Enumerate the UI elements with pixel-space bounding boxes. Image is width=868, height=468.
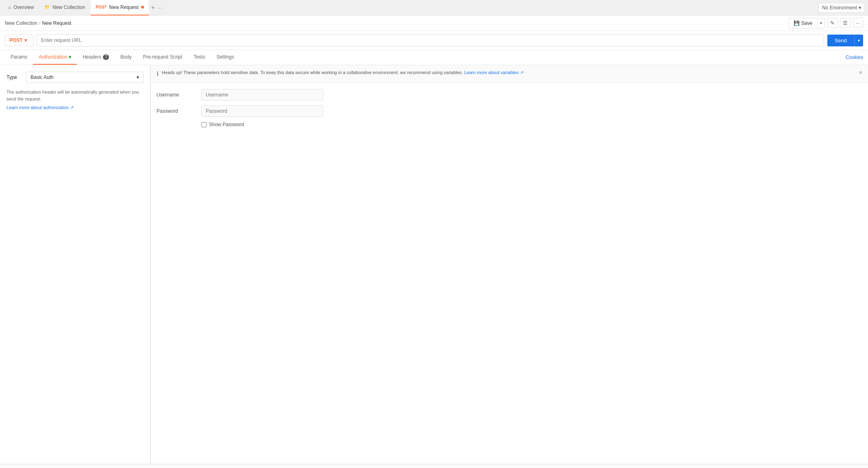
headers-badge: 7 bbox=[103, 55, 109, 60]
tab-new-collection-label: New Collection bbox=[52, 4, 85, 10]
auth-form: Username Password Show Password bbox=[151, 83, 868, 134]
env-label: No Environment bbox=[822, 5, 857, 11]
method-chevron: ▾ bbox=[24, 37, 27, 43]
more-tabs-button[interactable]: ··· bbox=[157, 4, 162, 11]
tab-body-label: Body bbox=[120, 54, 131, 60]
type-chevron: ▾ bbox=[137, 74, 139, 80]
tab-new-collection[interactable]: 📁 New Collection bbox=[39, 0, 90, 15]
tab-params-label: Params bbox=[11, 54, 27, 60]
url-bar: POST ▾ Send ▾ bbox=[0, 31, 868, 50]
sub-tabs: Params Authorization Headers 7 Body Pre-… bbox=[0, 50, 868, 65]
breadcrumb: New Collection / New Request bbox=[5, 20, 71, 26]
type-selector[interactable]: Basic Auth ▾ bbox=[26, 72, 144, 83]
send-button-group: Send ▾ bbox=[827, 35, 863, 46]
send-dropdown-button[interactable]: ▾ bbox=[854, 35, 863, 46]
authorization-dot bbox=[69, 56, 71, 58]
breadcrumb-bar: New Collection / New Request 💾 Save ▾ ✎ … bbox=[0, 15, 868, 31]
username-row: Username bbox=[157, 89, 862, 101]
auth-info-text: The authorization header will be automat… bbox=[7, 89, 144, 102]
password-input[interactable] bbox=[201, 105, 323, 117]
tab-authorization[interactable]: Authorization bbox=[33, 50, 77, 65]
password-row: Password bbox=[157, 105, 862, 117]
username-input[interactable] bbox=[201, 89, 323, 101]
home-icon: ⌂ bbox=[8, 4, 11, 10]
doc-button[interactable]: ☰ bbox=[840, 18, 851, 28]
edit-button[interactable]: ✎ bbox=[827, 18, 838, 28]
save-label: Save bbox=[801, 20, 812, 26]
tab-pre-request-script[interactable]: Pre-request Script bbox=[137, 50, 188, 65]
tab-overview[interactable]: ⌂ Overview bbox=[3, 0, 39, 15]
response-section[interactable]: Response ▾ bbox=[0, 464, 868, 468]
tab-authorization-label: Authorization bbox=[39, 54, 67, 60]
show-password-row: Show Password bbox=[157, 122, 862, 127]
tab-headers-label: Headers bbox=[83, 54, 101, 60]
show-password-label[interactable]: Show Password bbox=[209, 122, 244, 127]
tab-tests[interactable]: Tests bbox=[188, 50, 211, 65]
post-method-badge: POST bbox=[96, 5, 107, 9]
tab-bar: ⌂ Overview 📁 New Collection POST New Req… bbox=[0, 0, 868, 15]
tab-headers[interactable]: Headers 7 bbox=[77, 50, 115, 65]
save-button-group: 💾 Save ▾ bbox=[788, 18, 825, 28]
main-content: Type Basic Auth ▾ The authorization head… bbox=[0, 65, 868, 464]
tab-tests-label: Tests bbox=[194, 54, 205, 60]
info-icon: ℹ bbox=[157, 70, 159, 78]
learn-variables-link[interactable]: Learn more about variables ↗ bbox=[464, 70, 524, 75]
env-chevron: ▾ bbox=[859, 5, 861, 11]
more-actions-button[interactable]: ··· bbox=[853, 18, 863, 28]
save-button[interactable]: 💾 Save bbox=[789, 18, 817, 28]
folder-icon: 📁 bbox=[44, 4, 50, 10]
environment-selector[interactable]: No Environment ▾ bbox=[818, 3, 865, 13]
method-label: POST bbox=[9, 37, 23, 43]
breadcrumb-current: New Request bbox=[42, 20, 71, 26]
tab-body[interactable]: Body bbox=[115, 50, 137, 65]
sub-tabs-right: Cookies bbox=[846, 55, 863, 60]
unsaved-indicator bbox=[141, 6, 144, 9]
save-icon: 💾 bbox=[794, 20, 800, 26]
password-label: Password bbox=[157, 108, 197, 114]
save-dropdown-button[interactable]: ▾ bbox=[817, 19, 824, 27]
method-selector[interactable]: POST ▾ bbox=[5, 35, 33, 46]
url-input[interactable] bbox=[37, 34, 824, 46]
type-value: Basic Auth bbox=[30, 74, 54, 80]
info-banner: ℹ Heads up! These parameters hold sensit… bbox=[151, 65, 868, 83]
type-row: Type Basic Auth ▾ bbox=[7, 72, 144, 83]
add-tab-button[interactable]: + bbox=[150, 4, 157, 11]
learn-more-link[interactable]: Learn more about authorization ↗ bbox=[7, 105, 74, 110]
tab-settings-label: Settings bbox=[216, 54, 234, 60]
breadcrumb-collection[interactable]: New Collection bbox=[5, 20, 37, 26]
breadcrumb-separator: / bbox=[39, 20, 40, 26]
username-label: Username bbox=[157, 92, 197, 98]
tab-overview-label: Overview bbox=[13, 4, 34, 10]
info-banner-text: Heads up! These parameters hold sensitiv… bbox=[162, 69, 524, 76]
right-panel: ℹ Heads up! These parameters hold sensit… bbox=[151, 65, 868, 464]
type-label: Type bbox=[7, 74, 23, 80]
banner-close-button[interactable]: × bbox=[859, 69, 862, 76]
breadcrumb-actions: 💾 Save ▾ ✎ ☰ ··· bbox=[788, 18, 863, 28]
show-password-checkbox[interactable] bbox=[201, 122, 207, 127]
tab-params[interactable]: Params bbox=[5, 50, 33, 65]
left-panel: Type Basic Auth ▾ The authorization head… bbox=[0, 65, 150, 464]
send-button[interactable]: Send bbox=[827, 35, 854, 46]
tab-bar-right: No Environment ▾ bbox=[818, 3, 865, 13]
tab-settings[interactable]: Settings bbox=[211, 50, 239, 65]
cookies-link[interactable]: Cookies bbox=[846, 55, 863, 60]
tab-new-request-label: New Request bbox=[109, 4, 139, 10]
tab-new-request[interactable]: POST New Request bbox=[91, 0, 148, 15]
tab-pre-request-label: Pre-request Script bbox=[143, 54, 183, 60]
